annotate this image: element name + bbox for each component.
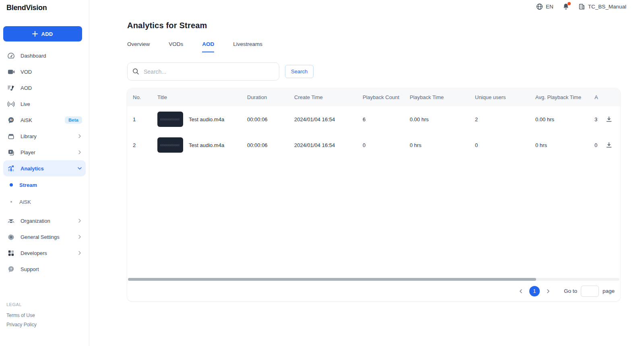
sidebar-item-label: Analytics [21, 166, 72, 172]
legal-heading: LEGAL [6, 302, 37, 307]
page-title: Analytics for Stream [127, 21, 620, 30]
waveform-icon [161, 118, 180, 120]
col-header-truncated: A [594, 94, 606, 100]
add-button[interactable]: ADD [3, 26, 82, 41]
sidebar-subitem-aisk[interactable]: AiSK [0, 193, 89, 210]
support-icon: ? [7, 265, 15, 273]
sidebar-item-label: Developers [21, 250, 72, 256]
topbar: EN TC_BS_Manual [536, 0, 626, 13]
page-number-button[interactable]: 1 [529, 286, 540, 296]
bullet-dot-icon [10, 201, 12, 203]
download-icon[interactable] [606, 142, 612, 148]
cell-duration: 00:00:06 [247, 116, 294, 122]
cell-playback-time: 0 hrs [410, 142, 475, 148]
sidebar-item-label: Support [21, 266, 82, 272]
sidebar-item-developers[interactable]: Developers [3, 245, 86, 261]
sidebar-item-label: Organization [21, 218, 72, 224]
plus-icon [32, 31, 38, 37]
col-header-duration: Duration [247, 94, 294, 100]
library-icon [7, 132, 15, 140]
chevron-right-icon [77, 218, 82, 223]
cell-truncated: 3 [594, 116, 606, 122]
chevron-right-icon [77, 134, 82, 139]
svg-text:?: ? [10, 267, 12, 271]
sidebar-item-aisk[interactable]: Ai AiSK Beta [3, 112, 86, 128]
tab-bar: Overview VODs AOD Livestreams [127, 41, 620, 52]
notifications-button[interactable] [562, 3, 570, 10]
notification-badge [568, 2, 571, 5]
table-header-row: No. Title Duration Create Time Playback … [127, 88, 620, 106]
previous-page-button[interactable] [516, 286, 526, 296]
organization-icon [7, 217, 15, 225]
sidebar-subitem-stream[interactable]: Stream [0, 176, 89, 193]
cell-duration: 00:00:06 [247, 142, 294, 148]
sidebar-item-support[interactable]: ? Support [3, 261, 86, 277]
main-content: Analytics for Stream Overview VODs AOD L… [127, 21, 620, 301]
legal-section: LEGAL Terms of Use Privacy Policy [6, 302, 37, 327]
globe-icon [536, 3, 543, 10]
col-header-title: Title [157, 94, 247, 100]
tab-livestreams[interactable]: Livestreams [233, 41, 262, 52]
cell-playback-count: 0 [363, 142, 410, 148]
cell-title: Test audio.m4a [189, 116, 224, 122]
developers-icon [7, 249, 15, 257]
svg-text:Ai: Ai [9, 118, 12, 122]
sidebar-nav: Dashboard VOD AOD Live Ai AiSK Beta [0, 48, 89, 277]
sidebar-item-dashboard[interactable]: Dashboard [3, 48, 86, 64]
gear-icon [7, 233, 15, 241]
chevron-right-icon [77, 234, 82, 239]
account-switcher[interactable]: TC_BS_Manual [578, 3, 626, 10]
table-row[interactable]: 2 Test audio.m4a 00:00:06 2024/01/04 16:… [127, 132, 620, 158]
add-button-label: ADD [41, 31, 53, 37]
tab-vods[interactable]: VODs [169, 41, 183, 52]
pagination: 1 Go to page [127, 281, 620, 301]
col-header-no: No. [133, 94, 157, 100]
page-label: page [603, 288, 615, 294]
cell-create-time: 2024/01/04 16:54 [294, 142, 363, 148]
live-icon [7, 100, 15, 108]
sidebar-item-aod[interactable]: AOD [3, 80, 86, 96]
download-icon[interactable] [606, 116, 612, 122]
language-switcher[interactable]: EN [536, 3, 553, 10]
sidebar-item-label: Dashboard [21, 53, 82, 59]
aisk-icon: Ai [7, 116, 15, 124]
sidebar-item-vod[interactable]: VOD [3, 64, 86, 80]
waveform-icon [161, 144, 180, 146]
account-name: TC_BS_Manual [588, 4, 626, 10]
cell-avg-playback-time: 0.00 hrs [535, 116, 594, 122]
sidebar-subitem-label: AiSK [19, 199, 31, 205]
sidebar-item-player[interactable]: Player [3, 144, 86, 160]
sidebar-item-general-settings[interactable]: General Settings [3, 229, 86, 245]
tab-overview[interactable]: Overview [127, 41, 150, 52]
tab-aod[interactable]: AOD [202, 41, 214, 52]
sidebar-item-live[interactable]: Live [3, 96, 86, 112]
sidebar-item-label: Live [21, 101, 82, 107]
language-label: EN [546, 4, 553, 10]
horizontal-scrollbar-track[interactable] [128, 278, 619, 281]
sidebar-item-library[interactable]: Library [3, 128, 86, 144]
audio-thumbnail [157, 112, 183, 127]
chevron-down-icon [77, 166, 82, 171]
privacy-policy-link[interactable]: Privacy Policy [6, 322, 37, 327]
horizontal-scrollbar-thumb[interactable] [128, 278, 536, 281]
col-header-avg-playback-time: Avg. Playback Time [535, 94, 594, 100]
dashboard-icon [7, 52, 15, 60]
search-button[interactable]: Search [285, 65, 314, 78]
col-header-playback-count: Playback Count [363, 94, 410, 100]
cell-avg-playback-time: 0 hrs [535, 142, 594, 148]
next-page-button[interactable] [543, 286, 553, 296]
sidebar-item-label: AOD [21, 85, 82, 91]
search-input[interactable] [127, 62, 279, 81]
table-row[interactable]: 1 Test audio.m4a 00:00:06 2024/01/04 16:… [127, 106, 620, 132]
terms-of-use-link[interactable]: Terms of Use [6, 313, 37, 318]
vod-icon [7, 68, 15, 76]
search-row: Search [127, 62, 620, 81]
search-icon [132, 68, 140, 77]
cell-unique-users: 2 [475, 116, 535, 122]
sidebar-item-organization[interactable]: Organization [3, 213, 86, 229]
sidebar-item-label: Library [21, 133, 72, 139]
audio-thumbnail [157, 137, 183, 153]
sidebar-item-analytics[interactable]: Analytics [3, 160, 86, 176]
goto-page-input[interactable] [581, 286, 599, 297]
sidebar-item-label: Player [21, 149, 72, 155]
